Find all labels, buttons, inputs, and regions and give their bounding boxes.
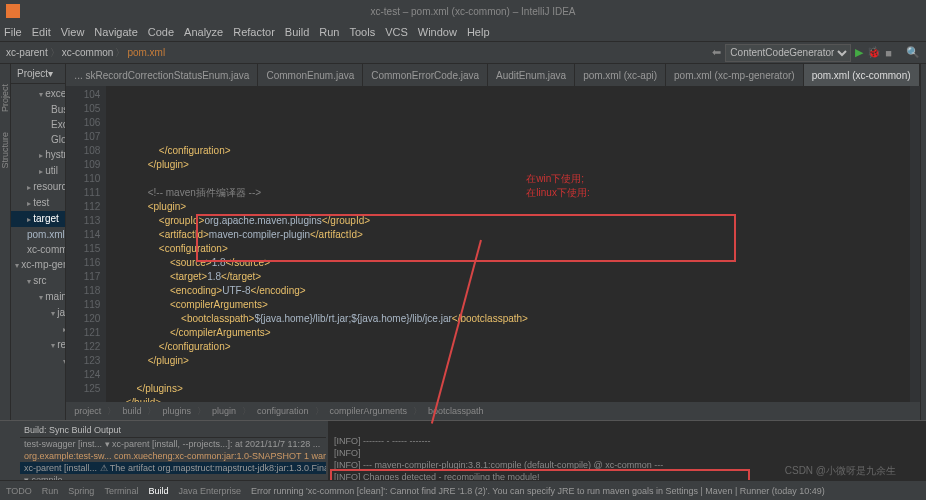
titlebar: xc-test – pom.xml (xc-common) – IntelliJ… [0, 0, 926, 22]
tree-node[interactable]: controller.btl [11, 385, 66, 400]
tree-node[interactable]: xc-mp-generator [11, 257, 65, 273]
bc-item[interactable]: project [74, 406, 101, 416]
run-config-select[interactable]: ContentCodeGenerator [725, 44, 851, 62]
menu-navigate[interactable]: Navigate [94, 26, 137, 38]
status-tab-terminal[interactable]: Terminal [104, 486, 138, 496]
app-logo-icon [6, 4, 20, 18]
tree-node[interactable]: main [11, 289, 65, 305]
bc-item[interactable]: configuration [257, 406, 309, 416]
menu-run[interactable]: Run [319, 26, 339, 38]
tree-node[interactable]: GlobalExceptionHandler [11, 132, 65, 147]
menu-tools[interactable]: Tools [349, 26, 375, 38]
menu-help[interactable]: Help [467, 26, 490, 38]
menu-build[interactable]: Build [285, 26, 309, 38]
bc-item[interactable]: compilerArguments [330, 406, 408, 416]
menu-file[interactable]: File [4, 26, 22, 38]
editor-tab[interactable]: pom.xml (xc-common) [804, 64, 920, 86]
editor-tabs: ... skRecordCorrectionStatusEnum.javaCom… [66, 64, 919, 86]
crumb-1[interactable]: xc-parent [6, 47, 48, 58]
statusbar: TODO Run Spring Terminal Build Java Ente… [0, 480, 926, 500]
editor-tab[interactable]: pom.xml (xc-mp-generator) [666, 64, 804, 86]
bc-item[interactable]: plugin [212, 406, 236, 416]
build-row[interactable]: test-swagger [inst... ▾ xc-parent [insta… [20, 438, 326, 450]
menu-vcs[interactable]: VCS [385, 26, 408, 38]
build-row[interactable]: xc-parent [install... ⚠ The artifact org… [20, 462, 326, 474]
menubar: File Edit View Navigate Code Analyze Ref… [0, 22, 926, 42]
code-area[interactable]: 1041051061071081091101111121131141151161… [66, 86, 919, 402]
stop-icon[interactable]: ■ [885, 47, 892, 59]
tree-node[interactable]: resources [11, 337, 65, 353]
debug-icon[interactable]: 🐞 [867, 46, 881, 59]
tree-node[interactable]: BusinessException [11, 102, 65, 117]
editor-area: ... skRecordCorrectionStatusEnum.javaCom… [66, 64, 919, 420]
project-pane-header[interactable]: Project ▾ [11, 64, 65, 84]
tree-node[interactable]: xc-common.iml [11, 242, 65, 257]
tree-node[interactable]: templates [11, 353, 65, 369]
menu-view[interactable]: View [61, 26, 85, 38]
bc-item[interactable]: plugins [162, 406, 191, 416]
status-tab-run[interactable]: Run [42, 486, 59, 496]
project-tree[interactable]: exceptionBusinessExceptionExceptionCastG… [11, 84, 65, 420]
tree-node[interactable]: src [11, 273, 65, 289]
build-row[interactable]: org.example:test-sw... com.xuecheng:xc-c… [20, 450, 326, 462]
menu-edit[interactable]: Edit [32, 26, 51, 38]
toolwin-project[interactable]: Project [0, 84, 10, 112]
menu-code[interactable]: Code [148, 26, 174, 38]
editor-tab[interactable]: AuditEnum.java [488, 64, 575, 86]
status-tab-java-ee[interactable]: Java Enterprise [178, 486, 241, 496]
tree-node[interactable]: resources [11, 179, 65, 195]
watermark: CSDN @小微呀是九余生 [785, 464, 896, 478]
left-tool-strip: Project Structure [0, 64, 11, 420]
bc-item[interactable]: build [122, 406, 141, 416]
editor-breadcrumb[interactable]: project〉build〉plugins〉plugin〉configurati… [66, 402, 919, 420]
status-message: Error running 'xc-common [clean]': Canno… [241, 486, 920, 496]
tree-node[interactable]: ExceptionCast [11, 117, 65, 132]
minimap[interactable] [910, 86, 920, 402]
crumb-3[interactable]: pom.xml [127, 47, 165, 58]
editor-tab[interactable]: pom.xml (xc-api) [575, 64, 666, 86]
run-icon[interactable]: ▶ [855, 46, 863, 59]
status-tab-spring[interactable]: Spring [68, 486, 94, 496]
status-tab-todo[interactable]: TODO [6, 486, 32, 496]
toolbar: xc-parent〉xc-common〉pom.xml ⬅ ContentCod… [0, 42, 926, 64]
source-text[interactable]: </configuration> </plugin> <!-- maven插件编… [106, 86, 909, 402]
toolwin-structure[interactable]: Structure [0, 132, 10, 169]
editor-tab[interactable]: CommonErrorCode.java [363, 64, 488, 86]
tree-node[interactable]: com.xuecheng [11, 321, 65, 337]
right-tool-strip [920, 64, 926, 420]
tree-node[interactable]: pom.xml [11, 227, 65, 242]
back-icon[interactable]: ⬅ [712, 46, 721, 59]
breadcrumb[interactable]: xc-parent〉xc-common〉pom.xml [6, 46, 165, 60]
tree-node[interactable]: target [11, 211, 65, 227]
tree-node[interactable]: default [11, 369, 66, 385]
tree-node[interactable]: exception [11, 86, 65, 102]
menu-analyze[interactable]: Analyze [184, 26, 223, 38]
menu-window[interactable]: Window [418, 26, 457, 38]
crumb-2[interactable]: xc-common [62, 47, 114, 58]
search-icon[interactable]: 🔍 [906, 46, 920, 59]
status-tab-build[interactable]: Build [148, 486, 168, 496]
build-header[interactable]: Build: Sync Build Output [20, 423, 326, 438]
tree-node[interactable]: java [11, 305, 65, 321]
tree-node[interactable]: util [11, 163, 65, 179]
line-gutter: 1041051061071081091101111121131141151161… [66, 86, 106, 402]
annotation-notes: 在win下使用;在linux下使用: [526, 172, 589, 200]
tree-node[interactable]: controller.java.btl [11, 400, 66, 415]
tree-node[interactable]: test [11, 195, 65, 211]
editor-tab[interactable]: CommonEnum.java [258, 64, 363, 86]
editor-tab[interactable]: ... skRecordCorrectionStatusEnum.java [66, 64, 258, 86]
highlight-box-1 [196, 214, 736, 262]
menu-refactor[interactable]: Refactor [233, 26, 275, 38]
window-title: xc-test – pom.xml (xc-common) – IntelliJ… [26, 6, 920, 17]
tree-node[interactable]: controller.java.ftl [11, 415, 66, 420]
project-pane: Project ▾ exceptionBusinessExceptionExce… [11, 64, 66, 420]
tree-node[interactable]: hystrix [11, 147, 65, 163]
